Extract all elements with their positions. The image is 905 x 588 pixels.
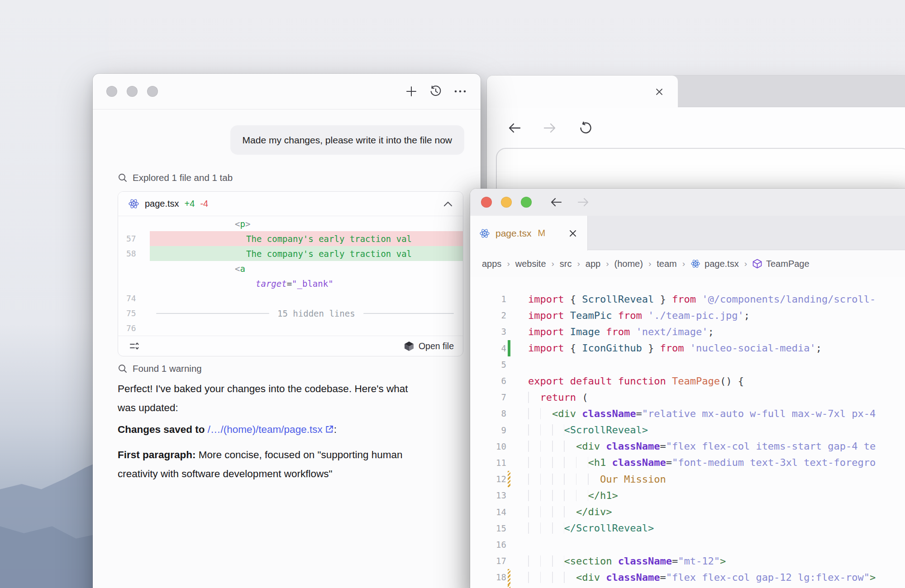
code-line: 12Our Mission [470,471,905,487]
breadcrumb-separator: › [648,259,651,269]
token: "flex flex-col items-start gap-4 te [666,441,876,452]
warning-step[interactable]: Found 1 warning [118,363,202,374]
line-number: 8 [470,408,506,418]
token: className [612,457,666,468]
token: a [240,264,245,274]
token [630,326,636,337]
token: </ScrollReveal> [564,522,654,534]
zoom-window-icon[interactable] [521,197,532,208]
code-editor[interactable]: 1import { ScrollReveal } from '@/compone… [470,277,905,588]
editor-back-icon[interactable] [549,195,563,209]
browser-back-icon[interactable] [508,121,521,135]
diff-card-header[interactable]: page.tsx +4 -4 [118,192,463,216]
tab-close-icon[interactable] [567,228,578,239]
breadcrumb-item[interactable]: team [657,259,676,269]
open-file-label: Open file [419,341,454,351]
code-line: 19{/* Mission content */} [470,585,905,588]
token: = [660,441,666,452]
code-text: import TeamPic from './team-pic.jpg'; [528,310,750,321]
token: "relative mx-auto w-full max-w-7xl px-4 [642,408,876,419]
line-number: 2 [470,310,506,320]
diff-line-content [150,291,463,306]
code-text: import Image from 'next/image'; [528,326,714,337]
token: The company's early traction val [246,234,412,244]
close-window-icon[interactable] [106,86,117,97]
diff-body: <p>57The company's early traction val58T… [118,216,463,336]
token: 'nucleo-social-media' [690,342,816,354]
saved-suffix: : [334,424,337,435]
open-file-button[interactable]: Open file [404,341,454,351]
code-line: 15</ScrollReveal> [470,520,905,536]
line-number: 13 [470,490,506,500]
browser-forward-icon[interactable] [543,121,557,135]
line-number: 17 [470,556,506,566]
breadcrumb-item[interactable]: apps [482,259,501,269]
git-gutter [508,405,510,422]
minimize-window-icon[interactable] [501,197,512,208]
code-line: 8<div className="relative mx-auto w-full… [470,405,905,422]
token: </div> [576,506,612,517]
search-icon [118,173,128,183]
breadcrumb-item[interactable]: src [560,259,572,269]
token [612,310,618,321]
saved-file-link[interactable]: /…/(home)/team/page.tsx [208,424,334,435]
breadcrumb-item[interactable]: website [515,259,546,269]
expand-lines-icon[interactable] [127,339,141,353]
token: < [235,219,240,229]
token: = [287,279,292,289]
code-text: </div> [528,506,612,517]
explored-step[interactable]: Explored 1 file and 1 tab [118,172,233,183]
token [564,310,570,321]
assistant-response: Perfect! I've baked your changes into th… [118,379,411,486]
code-line: 3import Image from 'next/image'; [470,323,905,340]
editor-forward-icon[interactable] [576,195,590,209]
git-orange-indicator [508,471,510,487]
editor-tab-pagetsx[interactable]: page.tsx M [470,216,588,251]
token: TeamPic [570,310,612,321]
breadcrumb[interactable]: apps›website›src›app›(home)›team›page.ts… [470,251,905,277]
diff-line-content: The company's early traction val [150,231,463,246]
breadcrumb-item[interactable]: TeamPage [753,259,810,269]
diff-line-content [150,321,463,336]
diff-file-name: page.tsx [145,199,179,209]
git-gutter [508,553,510,569]
new-thread-icon[interactable] [405,85,418,98]
history-icon[interactable] [429,85,443,98]
diff-row: 76 [118,321,463,336]
close-window-icon[interactable] [481,197,492,208]
git-gutter [508,373,510,389]
code-text: <div className="flex flex-col gap-12 lg:… [528,572,876,583]
line-number: 14 [470,507,506,517]
token: './team-pic.jpg' [648,310,744,321]
token: <div [576,441,600,452]
line-number: 1 [470,294,506,304]
chevron-up-icon[interactable] [443,201,453,207]
token: > [245,219,250,229]
more-options-icon[interactable] [453,85,467,98]
breadcrumb-item[interactable]: (home) [614,259,643,269]
code-text: export default function TeamPage() { [528,375,744,387]
git-orange-indicator [508,585,510,588]
cube-icon [404,341,414,351]
zoom-window-icon[interactable] [147,86,158,97]
editor-window: page.tsx M apps›website›src›app›(home)›t… [470,189,905,588]
breadcrumb-label: (home) [614,259,643,269]
browser-tab[interactable] [487,76,678,108]
chat-window: Made my changes, please write it into th… [93,74,481,588]
editor-traffic-lights [481,197,532,208]
diff-row: 74 [118,291,463,306]
cube-icon [753,259,762,269]
breadcrumb-item[interactable]: app [586,259,600,269]
git-green-indicator [508,340,510,356]
browser-reload-icon[interactable] [578,121,592,135]
code-line: 4import { IconGithub } from 'nucleo-soci… [470,340,905,356]
minimize-window-icon[interactable] [127,86,138,97]
code-text: <div className="relative mx-auto w-full … [528,408,876,419]
code-line: 9<ScrollReveal> [470,422,905,438]
breadcrumb-item[interactable]: page.tsx [691,259,739,269]
code-line: 14</div> [470,503,905,520]
token [564,375,570,387]
token [564,326,570,337]
browser-tab-close-icon[interactable] [653,86,665,98]
line-number: 16 [470,540,506,550]
